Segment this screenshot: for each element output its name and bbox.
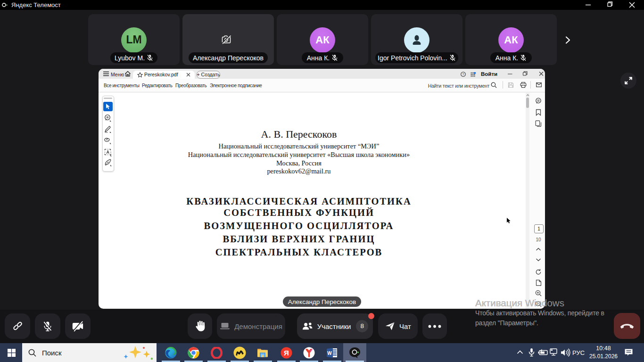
svg-text:?: ? [462, 73, 464, 76]
svg-text:W: W [327, 351, 332, 356]
svg-text:Я: Я [284, 349, 289, 357]
